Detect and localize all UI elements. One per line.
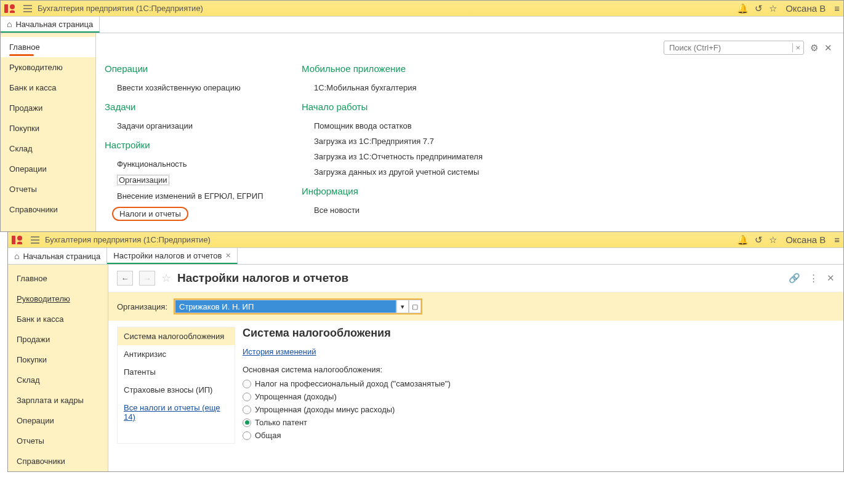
- main-menu-icon[interactable]: [23, 4, 33, 13]
- settings-nav: Система налогообложения Антикризис Патен…: [117, 327, 235, 444]
- nav2-reports[interactable]: Отчеты: [8, 431, 108, 451]
- dropdown-icon[interactable]: ▾: [396, 300, 409, 313]
- title-tools: 🔔 ↺ ☆ Оксана В ≡: [737, 3, 840, 14]
- settings-nav-system[interactable]: Система налогообложения: [118, 327, 235, 345]
- section-start-title[interactable]: Начало работы: [302, 102, 483, 112]
- link-start-load77[interactable]: Загрузка из 1С:Предприятия 7.7: [302, 134, 483, 149]
- radio-only-patent[interactable]: Только патент: [243, 418, 835, 427]
- tab-tax-settings-label: Настройки налогов и отчетов: [113, 251, 222, 260]
- nav-stock[interactable]: Склад: [1, 138, 95, 159]
- main-menu-icon-2[interactable]: [30, 236, 40, 244]
- history-icon-2[interactable]: ↺: [755, 234, 763, 246]
- nav2-ops[interactable]: Операции: [8, 410, 108, 431]
- link-start-assist[interactable]: Помощник ввода остатков: [302, 118, 483, 134]
- star-icon-2[interactable]: ☆: [769, 234, 777, 246]
- section-heading: Система налогообложения: [243, 327, 835, 340]
- nav-main[interactable]: Главное: [1, 37, 95, 57]
- radio-icon: [243, 431, 251, 440]
- gear-icon[interactable]: ⚙: [810, 42, 818, 54]
- user-label: Оксана В: [786, 3, 826, 14]
- link-start-report[interactable]: Загрузка из 1С:Отчетность предпринимател…: [302, 149, 483, 164]
- tab-close-icon[interactable]: ✕: [225, 252, 231, 260]
- content-body: Система налогообложения Антикризис Патен…: [108, 321, 843, 450]
- content-tools: 🔗 ⋮ ✕: [789, 273, 835, 284]
- tab-home[interactable]: ⌂ Начальная страница: [1, 17, 100, 33]
- link-taxes-reports[interactable]: Налоги и отчеты: [105, 204, 277, 224]
- nav2-bank[interactable]: Банк и касса: [8, 309, 108, 329]
- close-panel-icon[interactable]: ✕: [824, 42, 832, 54]
- section-info-title[interactable]: Информация: [302, 186, 483, 196]
- svg-point-6: [17, 236, 22, 241]
- nav2-purchase[interactable]: Покупки: [8, 350, 108, 370]
- search-input[interactable]: [664, 43, 792, 52]
- radio-self-employed-label: Налог на профессиональный доход ("самоза…: [255, 379, 451, 388]
- nav2-main[interactable]: Главное: [8, 268, 108, 289]
- link-icon[interactable]: 🔗: [789, 273, 800, 284]
- nav-sales[interactable]: Продажи: [1, 98, 95, 118]
- link-organizations[interactable]: Организации: [105, 172, 277, 188]
- link-tasks-org[interactable]: Задачи организации: [105, 118, 277, 134]
- nav2-dicts[interactable]: Справочники: [8, 451, 108, 471]
- section-operations-title[interactable]: Операции: [105, 63, 277, 74]
- nav2-manager[interactable]: Руководителю: [8, 289, 108, 309]
- nav-purchase[interactable]: Покупки: [1, 118, 95, 138]
- organization-field[interactable]: ▾ ▢: [174, 298, 422, 314]
- page-title: Настройки налогов и отчетов: [177, 271, 782, 285]
- radio-self-employed[interactable]: Налог на профессиональный доход ("самоза…: [243, 379, 835, 388]
- tab-home-2[interactable]: ⌂ Начальная страница: [8, 248, 107, 264]
- settings-nav-patents[interactable]: Патенты: [118, 363, 235, 381]
- section-tasks-title[interactable]: Задачи: [105, 102, 277, 112]
- close-panel-icon-2[interactable]: ✕: [827, 273, 835, 284]
- nav-ops[interactable]: Операции: [1, 159, 95, 179]
- organization-input[interactable]: [175, 300, 396, 313]
- radio-icon: [243, 393, 251, 401]
- nav-dicts[interactable]: Справочники: [1, 199, 95, 220]
- nav-bank[interactable]: Банк и касса: [1, 78, 95, 98]
- search-box[interactable]: ×: [664, 41, 804, 55]
- favorite-star-icon[interactable]: ☆: [161, 271, 171, 285]
- section-mobile-title[interactable]: Мобильное приложение: [302, 63, 483, 74]
- star-icon[interactable]: ☆: [769, 3, 777, 14]
- radio-simplified-income-label: Упрощенная (доходы): [255, 392, 337, 401]
- window-title: Бухгалтерия предприятия (1С:Предприятие): [38, 4, 737, 13]
- nav2-payroll[interactable]: Зарплата и кадры: [8, 390, 108, 410]
- search-clear-icon[interactable]: ×: [792, 43, 803, 52]
- title-bar: Бухгалтерия предприятия (1С:Предприятие)…: [1, 1, 843, 17]
- link-all-news[interactable]: Все новости: [302, 202, 483, 218]
- settings-nav-crisis[interactable]: Антикризис: [118, 345, 235, 363]
- bell-icon-2[interactable]: 🔔: [737, 234, 749, 246]
- svg-rect-5: [12, 236, 15, 244]
- nav2-stock[interactable]: Склад: [8, 370, 108, 390]
- radio-general[interactable]: Общая: [243, 431, 835, 440]
- radio-icon-selected: [243, 418, 251, 427]
- history-icon[interactable]: ↺: [755, 3, 763, 14]
- nav-manager[interactable]: Руководителю: [1, 57, 95, 78]
- forward-button[interactable]: →: [139, 271, 155, 286]
- radio-simplified-expenses-label: Упрощенная (доходы минус расходы): [255, 405, 395, 414]
- settings-nav-insurance[interactable]: Страховые взносы (ИП): [118, 381, 235, 399]
- open-ext-icon[interactable]: ▢: [409, 300, 421, 313]
- radio-simplified-expenses[interactable]: Упрощенная (доходы минус расходы): [243, 405, 835, 414]
- panel-menu-icon-2[interactable]: ≡: [834, 234, 840, 245]
- back-button[interactable]: ←: [117, 271, 133, 286]
- link-mobile-bukh[interactable]: 1С:Мобильная бухгалтерия: [302, 80, 483, 95]
- history-link[interactable]: История изменений: [243, 347, 316, 356]
- organization-bar: Организация: ▾ ▢: [108, 292, 843, 321]
- link-egrul[interactable]: Внесение изменений в ЕГРЮЛ, ЕГРИП: [105, 188, 277, 204]
- tab-tax-settings[interactable]: Настройки налогов и отчетов ✕: [107, 248, 238, 264]
- link-functionality[interactable]: Функциональность: [105, 156, 277, 172]
- radio-only-patent-label: Только патент: [255, 418, 307, 427]
- more-icon[interactable]: ⋮: [809, 273, 818, 284]
- panel-menu-icon[interactable]: ≡: [834, 3, 840, 14]
- settings-nav-all-link[interactable]: Все налоги и отчеты (еще 14): [118, 399, 235, 426]
- nav-reports[interactable]: Отчеты: [1, 179, 95, 199]
- content-header: ← → ☆ Настройки налогов и отчетов 🔗 ⋮ ✕: [108, 265, 843, 292]
- nav2-sales[interactable]: Продажи: [8, 329, 108, 350]
- radio-simplified-income[interactable]: Упрощенная (доходы): [243, 392, 835, 401]
- tabs-row: ⌂ Начальная страница: [1, 17, 843, 33]
- link-vvesti-operation[interactable]: Ввести хозяйственную операцию: [105, 80, 277, 95]
- bell-icon[interactable]: 🔔: [737, 3, 749, 14]
- content-panel: × ⚙ ✕ Операции Ввести хозяйственную опер…: [96, 33, 843, 231]
- link-start-other[interactable]: Загрузка данных из другой учетной систем…: [302, 164, 483, 180]
- section-settings-title[interactable]: Настройки: [105, 140, 277, 150]
